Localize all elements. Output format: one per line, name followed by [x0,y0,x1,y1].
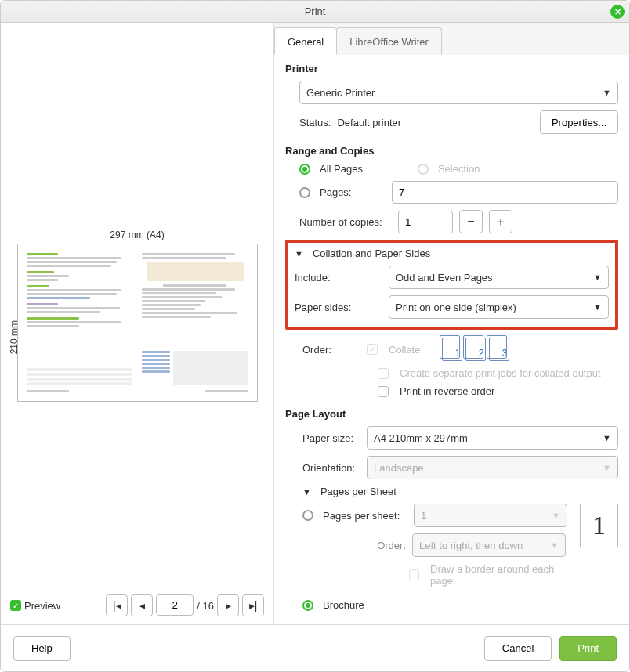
page-total: / 16 [197,600,214,612]
copies-input[interactable] [398,211,453,233]
orientation-label: Orientation: [285,462,360,474]
pps-order-label: Order: [335,540,406,551]
preview-page-right [139,251,251,395]
reverse-checkbox[interactable] [378,386,389,397]
layout-section-title: Page Layout [285,408,618,420]
radio-all-pages[interactable] [299,164,310,175]
copies-decrement[interactable]: − [459,210,483,233]
tab-general[interactable]: General [274,27,337,55]
sides-select[interactable]: Print on one side (simplex)▼ [389,295,609,319]
tab-writer[interactable]: LibreOffice Writer [336,27,442,55]
settings-pane: General LibreOffice Writer Printer Gener… [273,23,629,624]
preview-checkbox[interactable]: ✓ Preview [10,600,60,612]
orientation-select: Landscape▼ [367,456,618,479]
collation-header: Collation and Paper Sides [313,247,430,259]
chevron-down-icon[interactable]: ▼ [302,487,311,497]
printer-select[interactable]: Generic Printer▼ [299,81,618,104]
radio-pages[interactable] [299,187,310,198]
paper-size-label: Paper size: [285,432,360,444]
close-button[interactable]: ✕ [610,5,625,19]
titlebar: Print ✕ [1,1,629,23]
include-select[interactable]: Odd and Even Pages▼ [389,266,609,289]
collate-checkbox: ✓ [367,344,378,355]
range-section-title: Range and Copies [285,145,618,157]
title: Print [305,5,326,17]
pps-select: 1▼ [414,504,567,527]
status-value: Default printer [337,117,401,128]
preview-label: Preview [24,600,60,612]
radio-selection [418,164,429,175]
dimension-width: 297 mm (A4) [110,229,164,240]
check-icon: ✓ [10,600,21,611]
last-page-button[interactable]: ▸| [242,594,264,616]
status-label: Status: [299,117,331,128]
paper-size-select[interactable]: A4 210mm x 297mm▼ [367,426,618,450]
print-button[interactable]: Print [559,636,617,661]
printer-section-title: Printer [285,63,618,74]
prev-page-button[interactable]: ◂ [131,594,153,616]
chevron-down-icon[interactable]: ▼ [295,249,303,258]
separate-jobs-checkbox [378,368,389,379]
first-page-button[interactable]: |◂ [106,594,128,616]
dimension-height: 210 mm [9,320,20,354]
radio-pages-per-sheet[interactable] [302,510,313,521]
border-checkbox [409,569,419,580]
tabs: General LibreOffice Writer [274,23,629,55]
next-page-button[interactable]: ▸ [217,594,239,616]
preview-page-left [24,251,136,395]
collation-highlight: ▼ Collation and Paper Sides Include: Odd… [285,240,618,330]
pps-order-select: Left to right, then down▼ [412,533,566,557]
pps-header: Pages per Sheet [320,486,396,497]
cancel-button[interactable]: Cancel [484,636,552,661]
pages-per-sheet-preview: 1 [580,504,618,547]
help-button[interactable]: Help [13,636,71,661]
include-label: Include: [295,272,382,284]
copies-increment[interactable]: ＋ [489,210,512,233]
page-number-input[interactable] [156,594,194,616]
footer: Help Cancel Print [1,624,629,671]
preview-pane: 297 mm (A4) 210 mm [1,23,273,624]
order-label: Order: [285,344,360,356]
radio-brochure[interactable] [302,600,313,611]
preview-sheet [17,244,258,402]
collate-icon-group: 123 [442,338,509,361]
properties-button[interactable]: Properties... [540,110,618,134]
sides-label: Paper sides: [295,302,382,313]
pages-input[interactable] [392,181,618,204]
